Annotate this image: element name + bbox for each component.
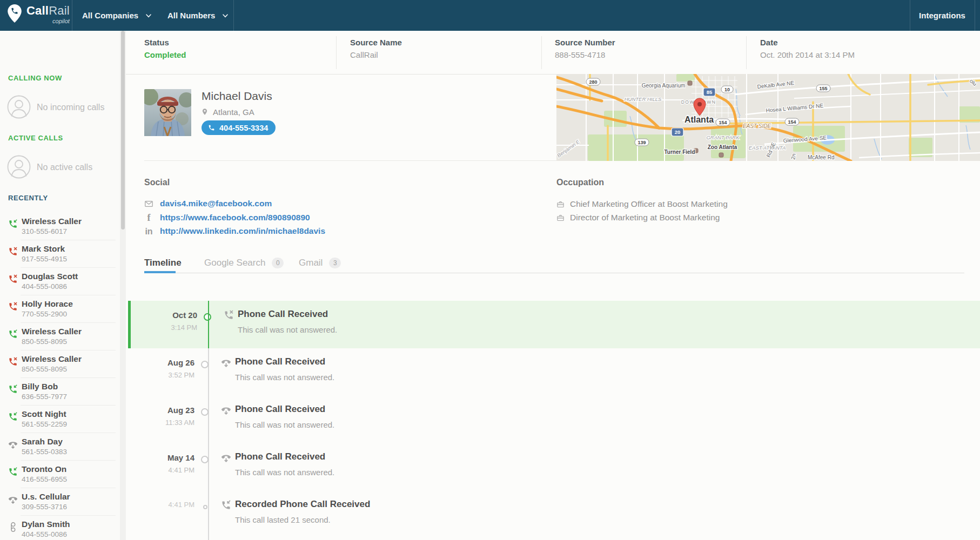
status-label: Status <box>144 38 186 47</box>
map-label-east-side: EAST SIDE <box>743 123 771 129</box>
timeline-node <box>201 361 209 368</box>
tab-timeline[interactable]: Timeline <box>144 258 182 268</box>
caller-number: 561-555-2259 <box>22 420 67 428</box>
contact-phone-number: 404-555-3334 <box>219 124 268 132</box>
list-divider <box>21 405 116 406</box>
numbers-dropdown-label: All Numbers <box>167 11 215 20</box>
contact-phone-button[interactable]: 404-555-3334 <box>202 120 276 135</box>
route-shield-139: 139 <box>637 140 646 145</box>
tab-gmail[interactable]: Gmail 3 <box>299 258 341 268</box>
recent-call-item[interactable]: Wireless Caller 310-555-6017 <box>0 217 120 240</box>
caller-number: 404-555-0086 <box>22 530 67 538</box>
nav-divider <box>72 0 72 31</box>
caller-number: 404-555-0086 <box>22 282 67 291</box>
phone-icon <box>208 124 215 131</box>
active-calls-heading: ACTIVE CALLS <box>8 134 63 142</box>
route-shield-154: 154 <box>788 119 796 125</box>
active-tab-underline <box>144 271 176 273</box>
map-label-mcafee: McAfee Rd <box>808 154 834 160</box>
nav-divider <box>233 0 234 31</box>
tab-google-search[interactable]: Google Search 0 <box>204 258 284 268</box>
recent-call-item[interactable]: Wireless Caller 850-555-8095 <box>0 354 120 378</box>
caller-name: Wireless Caller <box>22 217 82 226</box>
caller-name: U.s. Cellular <box>22 492 70 502</box>
list-divider <box>21 322 116 323</box>
list-divider <box>21 488 116 488</box>
recent-call-item[interactable]: Dylan Smith 404-555-0086 <box>0 519 120 540</box>
route-shield-280: 280 <box>589 79 597 85</box>
caller-number: 309-555-3716 <box>22 503 67 511</box>
incoming-call-icon <box>8 467 18 477</box>
recent-call-item[interactable]: Toronto On 416-555-6955 <box>0 464 120 488</box>
recent-call-item[interactable]: Wireless Caller 850-555-8095 <box>0 327 120 350</box>
entry-date: Aug 23 <box>151 406 194 415</box>
voicemail-icon <box>8 522 18 532</box>
entry-description: This call was not answered. <box>235 468 334 477</box>
caller-number: 561-555-0383 <box>22 448 67 456</box>
entry-description: This call was not answered. <box>238 325 337 334</box>
entry-title: Phone Call Received <box>235 404 325 415</box>
sidebar-scrollbar-thumb[interactable] <box>121 31 125 230</box>
chevron-down-icon <box>145 14 152 18</box>
missed-call-icon <box>8 302 18 312</box>
numbers-dropdown[interactable]: All Numbers <box>167 0 229 31</box>
social-link-linkedin[interactable]: in http://www.linkedin.com/in/michael8da… <box>144 226 325 236</box>
brand-subtitle: copilot <box>26 18 70 24</box>
missed-call-icon <box>8 357 18 367</box>
interstate-shield-20: 20 <box>675 129 681 135</box>
recent-call-item[interactable]: U.s. Cellular 309-555-3716 <box>0 492 120 516</box>
list-divider <box>21 433 116 433</box>
source-number-column: Source Number 888-555-4718 <box>555 38 615 59</box>
entry-time: 3:52 PM <box>151 371 194 379</box>
map-label-east-atlanta: EAST ATLANTA <box>749 145 786 151</box>
caller-name: Scott Night <box>22 409 66 419</box>
entry-date: Aug 26 <box>151 358 194 367</box>
tabs-bottom-border <box>144 273 964 273</box>
integrations-link[interactable]: Integrations <box>910 0 975 31</box>
timeline-entry[interactable]: Aug 26 3:52 PM Phone Call Received This … <box>128 348 980 396</box>
entry-time: 4:41 PM <box>151 501 194 509</box>
contact-name: Michael Davis <box>202 90 272 103</box>
caller-number: 850-555-8095 <box>22 338 67 346</box>
recent-call-item[interactable]: Billy Bob 636-555-7977 <box>0 382 120 406</box>
recent-call-item[interactable]: Mark Stork 917-555-4915 <box>0 244 120 268</box>
recent-call-item[interactable]: Douglas Scott 404-555-0086 <box>0 272 120 295</box>
timeline-entry[interactable]: Oct 20 3:14 PM Phone Call Received This … <box>128 301 980 348</box>
social-heading: Social <box>144 178 170 187</box>
caller-number: 636-555-7977 <box>22 393 67 401</box>
companies-dropdown[interactable]: All Companies <box>82 0 152 31</box>
social-link-email[interactable]: davis4.mike@facebook.com <box>144 199 272 208</box>
recent-call-item[interactable]: Sarah Day 561-555-0383 <box>0 437 120 461</box>
map-label-atlanta: Atlanta <box>684 115 714 124</box>
briefcase-icon <box>556 200 565 208</box>
entry-description: This call lasted 21 second. <box>235 515 331 524</box>
timeline-entry[interactable]: 4:41 PM Recorded Phone Call Received Thi… <box>128 491 980 538</box>
occupation-text: Director of Marketing at Boost Marketing <box>570 213 720 222</box>
location-map[interactable]: Georgia Aquarium HUNTER HILLS DeKalb Ave… <box>556 74 980 161</box>
list-divider <box>21 267 116 268</box>
location-pin-icon <box>201 107 209 117</box>
social-link-facebook[interactable]: f https://www.facebook.com/890890890 <box>144 213 310 222</box>
recent-call-item[interactable]: Scott Night 561-555-2259 <box>0 409 120 433</box>
person-avatar-icon <box>7 155 31 179</box>
contact-photo <box>144 89 191 136</box>
entry-time: 4:41 PM <box>151 466 194 474</box>
map-label-georgia-aquarium: Georgia Aquarium <box>642 83 686 89</box>
timeline-entry[interactable]: Aug 23 11:33 AM Phone Call Received This… <box>128 396 980 443</box>
route-shield-10: 10 <box>724 87 730 92</box>
caller-number: 770-555-2900 <box>22 310 67 318</box>
caller-name: Dylan Smith <box>22 519 70 529</box>
timeline-entry[interactable]: May 14 4:41 PM Phone Call Received This … <box>128 443 980 491</box>
missed-call-icon <box>8 247 18 256</box>
caller-name: Douglas Scott <box>22 272 78 281</box>
date-column: Date Oct. 20th 2014 at 3:14 PM <box>760 38 855 59</box>
recent-call-item[interactable]: Holly Horace 770-555-2900 <box>0 299 120 323</box>
missed-call-icon <box>224 310 234 320</box>
email-icon <box>144 199 153 208</box>
app-logo[interactable]: CallRail copilot <box>8 4 70 24</box>
column-divider <box>336 36 337 69</box>
abandoned-call-icon <box>221 405 231 415</box>
caller-number: 917-555-4915 <box>22 255 67 263</box>
list-divider <box>21 377 116 378</box>
entry-title: Phone Call Received <box>235 451 325 462</box>
